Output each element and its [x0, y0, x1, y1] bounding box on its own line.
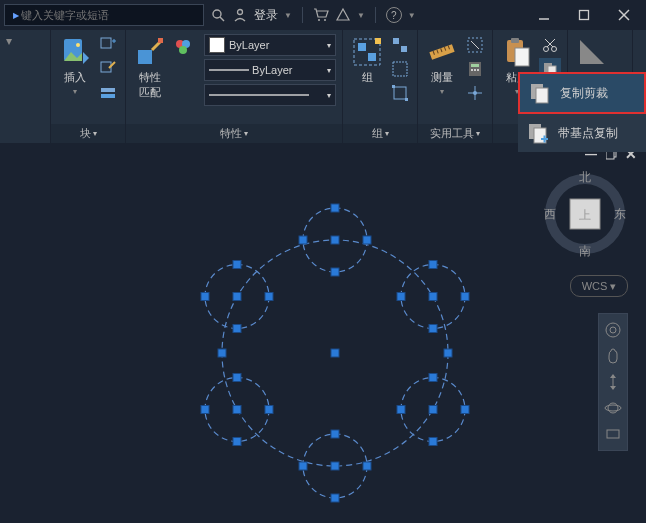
- login-text[interactable]: 登录: [254, 7, 278, 24]
- copy-clip-icon: [526, 79, 554, 107]
- svg-rect-81: [429, 293, 437, 301]
- minimize-button[interactable]: [526, 0, 562, 30]
- panel-group: 组 组 ▾: [343, 30, 418, 143]
- match-label: 特性 匹配: [139, 70, 161, 100]
- select-all-button[interactable]: [464, 34, 486, 56]
- svg-rect-104: [201, 293, 209, 301]
- svg-point-116: [610, 327, 616, 333]
- svg-rect-103: [233, 325, 241, 333]
- app-icon[interactable]: [335, 7, 351, 23]
- search-icon[interactable]: [210, 7, 226, 23]
- svg-line-56: [547, 39, 555, 47]
- svg-rect-61: [536, 88, 548, 103]
- svg-point-2: [238, 10, 243, 15]
- close-button[interactable]: [606, 0, 642, 30]
- attribute-button[interactable]: [97, 82, 119, 104]
- copy-dropdown: 复制剪裁 带基点复制: [518, 72, 646, 152]
- svg-rect-17: [101, 88, 115, 92]
- group-button[interactable]: 组: [349, 34, 385, 122]
- measure-label: 测量: [431, 70, 453, 85]
- panel-block-label: 块: [80, 126, 91, 141]
- svg-rect-47: [477, 69, 479, 71]
- insert-button[interactable]: 插入 ▾: [57, 34, 93, 122]
- copy-base-item[interactable]: 带基点复制: [518, 114, 642, 152]
- copy-clip-item[interactable]: 复制剪裁: [518, 72, 646, 114]
- svg-rect-85: [461, 293, 469, 301]
- nav-zoom-icon[interactable]: [603, 372, 623, 392]
- svg-rect-106: [444, 349, 452, 357]
- svg-rect-53: [515, 48, 529, 66]
- svg-rect-31: [401, 46, 407, 52]
- title-bar: ▶ 登录 ▼ ▼ ? ▼: [0, 0, 646, 30]
- user-icon[interactable]: [232, 7, 248, 23]
- svg-rect-32: [393, 62, 407, 76]
- measure-button[interactable]: 测量 ▾: [424, 34, 460, 122]
- svg-rect-95: [363, 462, 371, 470]
- quick-calc-button[interactable]: [464, 58, 486, 80]
- maximize-button[interactable]: [566, 0, 602, 30]
- help-icon[interactable]: ?: [386, 7, 402, 23]
- nav-showmotion-icon[interactable]: [603, 424, 623, 444]
- nav-pan-icon[interactable]: [603, 346, 623, 366]
- wcs-label: WCS ▾: [582, 280, 617, 293]
- svg-rect-46: [474, 69, 476, 71]
- svg-rect-18: [101, 94, 115, 98]
- svg-rect-91: [331, 462, 339, 470]
- svg-rect-87: [429, 374, 437, 382]
- panel-utilities: 测量 ▾ 实用工具 ▾: [418, 30, 493, 143]
- group-label: 组: [362, 70, 373, 85]
- svg-rect-19: [138, 50, 152, 64]
- svg-rect-98: [233, 438, 241, 446]
- svg-text:北: 北: [579, 171, 591, 184]
- svg-rect-76: [331, 236, 339, 244]
- svg-marker-118: [610, 374, 616, 378]
- match-props-button[interactable]: 特性 匹配: [132, 34, 168, 122]
- panel-properties: 特性 匹配 ByLayer▾ ByLayer▾ ▾ 特性 ▾: [126, 30, 343, 143]
- linetype-combo[interactable]: ▾: [204, 84, 336, 106]
- point-style-button[interactable]: [464, 82, 486, 104]
- color-button[interactable]: [172, 36, 194, 58]
- cart-icon[interactable]: [313, 7, 329, 23]
- group-edit-button[interactable]: [389, 58, 411, 80]
- layer-color-combo[interactable]: ByLayer▾: [204, 34, 336, 56]
- cut-button[interactable]: [539, 34, 561, 56]
- svg-text:上: 上: [579, 208, 591, 222]
- ungroup-button[interactable]: [389, 34, 411, 56]
- svg-point-3: [318, 19, 320, 21]
- wcs-dropdown[interactable]: WCS ▾: [570, 275, 628, 297]
- search-box[interactable]: ▶: [4, 4, 204, 26]
- svg-rect-77: [331, 204, 339, 212]
- drawing-canvas[interactable]: — ✕: [0, 143, 646, 523]
- view-cube[interactable]: 上 北 东 南 西: [542, 171, 628, 260]
- svg-rect-34: [392, 85, 395, 88]
- svg-rect-89: [397, 406, 405, 414]
- svg-rect-79: [299, 236, 307, 244]
- svg-rect-82: [429, 261, 437, 269]
- svg-marker-119: [610, 386, 616, 390]
- nav-wheel-icon[interactable]: [603, 320, 623, 340]
- svg-rect-13: [101, 38, 111, 48]
- svg-rect-88: [429, 438, 437, 446]
- svg-line-57: [545, 39, 553, 47]
- svg-rect-105: [265, 293, 273, 301]
- create-block-button[interactable]: [97, 34, 119, 56]
- svg-rect-101: [233, 293, 241, 301]
- svg-rect-78: [331, 268, 339, 276]
- ribbon: ▾ . 插入 ▾ 块 ▾ 特性 匹配: [0, 30, 646, 144]
- svg-rect-122: [607, 430, 619, 438]
- svg-rect-99: [201, 406, 209, 414]
- svg-rect-29: [375, 38, 381, 44]
- svg-rect-33: [394, 87, 406, 99]
- lineweight-combo[interactable]: ByLayer▾: [204, 59, 336, 81]
- svg-point-54: [544, 47, 549, 52]
- edit-block-button[interactable]: [97, 58, 119, 80]
- svg-point-121: [605, 405, 621, 411]
- svg-point-11: [76, 43, 80, 47]
- search-input[interactable]: [19, 8, 199, 22]
- svg-rect-86: [429, 406, 437, 414]
- svg-rect-6: [580, 11, 589, 20]
- svg-rect-93: [331, 494, 339, 502]
- nav-orbit-icon[interactable]: [603, 398, 623, 418]
- svg-text:西: 西: [544, 207, 556, 221]
- group-bbox-button[interactable]: [389, 82, 411, 104]
